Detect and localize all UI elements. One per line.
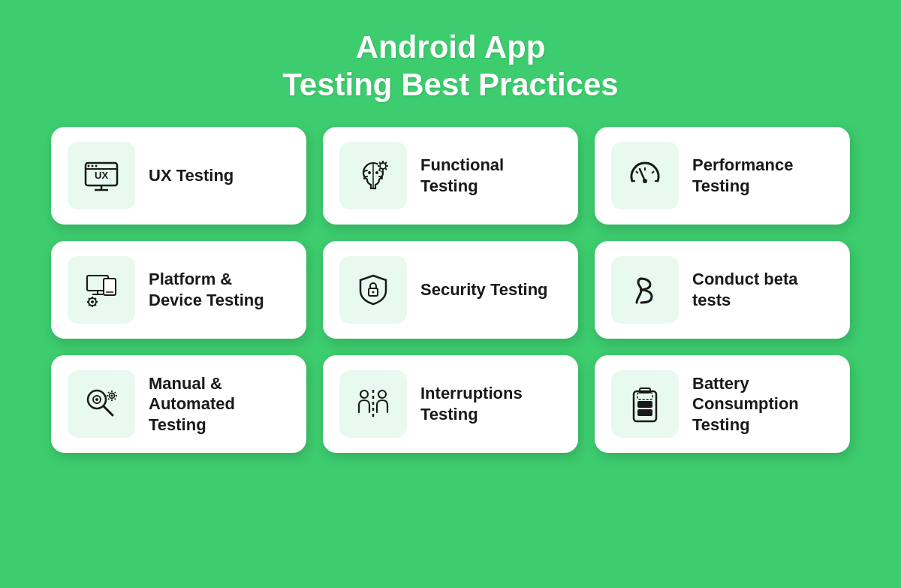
svg-text:UX: UX bbox=[95, 170, 108, 181]
svg-rect-63 bbox=[637, 409, 652, 416]
svg-point-4 bbox=[92, 164, 94, 167]
functional-testing-label: Functional Testing bbox=[420, 155, 562, 196]
svg-point-42 bbox=[372, 291, 375, 293]
shield-lock-icon bbox=[353, 270, 393, 310]
svg-point-32 bbox=[91, 300, 94, 303]
card-conduct-beta-tests: Conduct beta tests bbox=[595, 241, 850, 339]
svg-point-9 bbox=[375, 171, 378, 174]
cards-grid: UX UX Testing bbox=[29, 127, 872, 453]
card-ux-testing: UX UX Testing bbox=[51, 127, 306, 225]
platform-device-testing-label: Platform & Device Testing bbox=[149, 269, 290, 310]
battery-icon bbox=[625, 384, 665, 424]
security-testing-label: Security Testing bbox=[420, 279, 548, 300]
svg-line-37 bbox=[89, 298, 90, 300]
svg-point-49 bbox=[111, 394, 113, 397]
conduct-beta-icon-box bbox=[611, 256, 679, 324]
card-functional-testing: Functional Testing bbox=[323, 127, 578, 225]
svg-line-24 bbox=[636, 171, 638, 173]
card-manual-automated-testing: Manual & Automated Testing bbox=[51, 355, 306, 453]
performance-testing-label: Performance Testing bbox=[692, 155, 833, 196]
svg-line-16 bbox=[379, 162, 381, 164]
brain-icon bbox=[353, 155, 393, 196]
ux-testing-label: UX Testing bbox=[149, 165, 234, 186]
ux-icon: UX bbox=[81, 155, 122, 196]
svg-line-56 bbox=[115, 392, 116, 393]
svg-point-20 bbox=[643, 179, 647, 183]
svg-line-17 bbox=[385, 168, 387, 170]
card-performance-testing: Performance Testing bbox=[595, 127, 850, 225]
page-header: Android App Testing Best Practices bbox=[282, 29, 618, 104]
svg-line-44 bbox=[104, 406, 113, 415]
interruptions-testing-label: Interruptions Testing bbox=[420, 383, 562, 424]
devices-icon bbox=[81, 270, 122, 310]
svg-line-57 bbox=[108, 398, 109, 399]
svg-rect-64 bbox=[637, 401, 652, 408]
conduct-beta-tests-label: Conduct beta tests bbox=[692, 269, 833, 310]
battery-consumption-testing-label: Battery Consumption Testing bbox=[692, 373, 833, 436]
svg-line-19 bbox=[379, 168, 381, 170]
speedometer-icon bbox=[625, 155, 665, 196]
manual-automated-testing-label: Manual & Automated Testing bbox=[149, 373, 290, 436]
page-title: Android App Testing Best Practices bbox=[282, 29, 618, 104]
battery-consumption-icon-box bbox=[611, 370, 679, 438]
performance-testing-icon-box bbox=[611, 142, 679, 210]
svg-line-25 bbox=[652, 171, 654, 173]
svg-line-54 bbox=[108, 392, 109, 393]
people-interrupt-icon bbox=[353, 384, 393, 424]
svg-line-40 bbox=[89, 304, 90, 306]
card-platform-device-testing: Platform & Device Testing bbox=[51, 241, 306, 339]
svg-line-55 bbox=[115, 398, 116, 399]
manual-automated-icon-box bbox=[68, 370, 135, 438]
svg-line-18 bbox=[385, 162, 387, 164]
security-testing-icon-box bbox=[339, 256, 407, 324]
svg-line-39 bbox=[95, 298, 96, 300]
beta-icon bbox=[625, 270, 665, 310]
search-gear-icon bbox=[81, 384, 122, 424]
interruptions-testing-icon-box bbox=[339, 370, 407, 438]
svg-rect-65 bbox=[637, 393, 652, 400]
svg-point-8 bbox=[368, 171, 371, 174]
svg-point-3 bbox=[88, 164, 90, 167]
svg-line-38 bbox=[95, 304, 96, 306]
platform-device-icon-box bbox=[68, 256, 135, 324]
card-battery-consumption-testing: Battery Consumption Testing bbox=[595, 355, 850, 453]
functional-testing-icon-box bbox=[339, 142, 407, 210]
svg-point-5 bbox=[95, 164, 98, 167]
svg-point-46 bbox=[95, 398, 98, 401]
ux-testing-icon-box: UX bbox=[68, 142, 135, 210]
svg-point-59 bbox=[378, 390, 386, 398]
card-interruptions-testing: Interruptions Testing bbox=[323, 355, 578, 453]
svg-point-58 bbox=[360, 390, 368, 398]
card-security-testing: Security Testing bbox=[323, 241, 578, 339]
